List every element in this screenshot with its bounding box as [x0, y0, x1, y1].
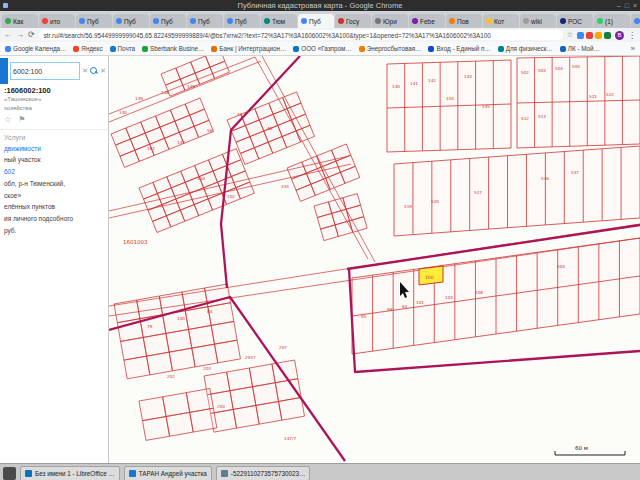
browser-tab[interactable]: ито [39, 14, 75, 28]
report-flag-icon[interactable]: ⚑ [18, 115, 25, 124]
tab-favicon-icon [338, 18, 344, 24]
bookmark-favicon-icon [211, 46, 217, 52]
browser-tab[interactable]: (1) [594, 14, 630, 28]
chrome-menu-icon[interactable]: ⋮ [628, 31, 636, 40]
bookmark-item[interactable]: Для физическ… [498, 45, 553, 52]
detail-link[interactable]: 602 [0, 167, 108, 179]
back-icon[interactable]: ← [4, 28, 12, 42]
map-canvas[interactable]: 1601003100659599101104108504140141142104… [109, 56, 640, 463]
browser-tab[interactable]: Пуб [631, 14, 640, 28]
bookmark-star-icon[interactable]: ☆ [567, 31, 573, 39]
favorite-star-icon[interactable]: ☆ [4, 115, 11, 124]
extension-icon[interactable] [577, 32, 584, 39]
start-menu-icon[interactable] [3, 467, 16, 480]
panel-close-icon[interactable]: ✕ [100, 67, 106, 75]
services-header[interactable]: Услуги [0, 129, 108, 143]
parcel-label: 207 [279, 345, 287, 350]
taskbar-app-icon [129, 470, 136, 477]
tab-label: Пуб [198, 18, 210, 25]
parcel-label: 65 [402, 304, 408, 309]
parcel-label: 56 [207, 128, 213, 133]
browser-tab[interactable]: РОС [557, 14, 593, 28]
taskbar-window-button[interactable]: -5229110273575730023… [216, 466, 310, 480]
bookmark-item[interactable]: ООО «Газпром… [293, 45, 351, 52]
browser-tab[interactable]: Как [2, 14, 38, 28]
bookmark-item[interactable]: Энергосбытовая… [359, 45, 422, 52]
parcel-label: 527 [474, 190, 482, 195]
address-bar: ← → ⟳ str.ru/#/search/56.95449999999045,… [0, 28, 640, 42]
search-panel: ✕ ✕ :1606002:100 «Ташинское» хозяйства ☆… [0, 56, 109, 463]
parcel-label: 537 [571, 170, 579, 175]
bookmark-item[interactable]: Почта [110, 45, 136, 52]
browser-tab[interactable]: Febe [409, 14, 445, 28]
bookmark-item[interactable]: Яндекс [73, 45, 102, 52]
parcel-label: 203 [217, 404, 225, 409]
parcel-label: 104 [446, 96, 454, 101]
bookmark-item[interactable]: Google Календа… [5, 45, 66, 52]
cadastral-map[interactable]: 1601003100659599101104108504140141142104… [109, 56, 640, 463]
parcel-bands[interactable] [352, 56, 640, 354]
clear-search-icon[interactable]: ✕ [82, 67, 88, 75]
browser-tab[interactable]: Юри [372, 14, 408, 28]
bookmark-item[interactable]: ЛК - Мой… [560, 45, 600, 52]
browser-tab[interactable]: Пов [446, 14, 482, 28]
parcel-label: 150 [197, 176, 205, 181]
window-control-icon[interactable]: – [617, 0, 621, 11]
window-control-icon[interactable]: □ [625, 0, 629, 11]
bookmark-label: ООО «Газпром… [301, 45, 351, 52]
tab-favicon-icon [486, 18, 492, 24]
browser-tab[interactable]: Пуб [150, 14, 186, 28]
panel-accent [0, 58, 8, 84]
parcel-label: 512 [521, 116, 529, 121]
taskbar-window-button[interactable]: ТАРАН Андрей участка [124, 466, 212, 480]
detail-link[interactable]: движимости [0, 143, 108, 155]
detail-text: обл, р-н Тюменский, [0, 178, 108, 190]
browser-tab[interactable]: wiki [520, 14, 556, 28]
bookmark-item[interactable]: Sberbank Busine… [142, 45, 204, 52]
parcel-label: 521 [589, 94, 597, 99]
parcel-subtitle: «Ташинское» [0, 95, 108, 104]
parcel-label: 142 [428, 78, 436, 83]
extension-icon[interactable] [595, 32, 602, 39]
bookmark-favicon-icon [560, 46, 566, 52]
parcel-label: 140 [392, 84, 400, 89]
url-box[interactable]: str.ru/#/search/56.95449999999045,65.822… [39, 30, 563, 40]
browser-tab[interactable]: Кот [483, 14, 519, 28]
parcel-label: 145 [482, 104, 490, 109]
parcel-label: 143 [464, 74, 472, 79]
profile-avatar[interactable]: В [615, 31, 624, 40]
browser-tab[interactable]: Пуб [113, 14, 149, 28]
forward-icon[interactable]: → [16, 28, 24, 42]
extension-icon[interactable] [586, 32, 593, 39]
bookmarks-overflow-icon[interactable]: » [631, 44, 635, 53]
reload-icon[interactable]: ⟳ [28, 28, 35, 42]
window-titlebar: Публичная кадастровая карта - Google Chr… [0, 0, 640, 11]
search-icon[interactable] [90, 67, 98, 75]
detail-text: ный участок [0, 155, 108, 167]
bookmark-item[interactable]: Банк | Интертрацион… [211, 45, 286, 52]
taskbar-window-button[interactable]: Без имени 1 - LibreOffice … [20, 466, 120, 480]
chrome-app-icon [3, 3, 8, 8]
search-input[interactable] [10, 62, 80, 80]
browser-tab[interactable]: Тюм [261, 14, 297, 28]
browser-tab[interactable]: Пуб [76, 14, 112, 28]
bookmark-favicon-icon [428, 46, 434, 52]
parcel-label: 60 м [575, 445, 588, 451]
tab-label: Пуб [87, 18, 99, 25]
parcel-label: 334 [281, 184, 289, 189]
window-control-icon[interactable]: × [633, 0, 637, 11]
parcel-label: 79 [147, 324, 153, 329]
browser-tab[interactable]: Пуб [187, 14, 223, 28]
parcel-label: 46 [267, 126, 273, 131]
browser-tab[interactable]: Госу [335, 14, 371, 28]
browser-tab[interactable]: Пуб [298, 14, 334, 28]
window-controls[interactable]: –□× [617, 0, 637, 11]
tab-label: Пуб [124, 18, 136, 25]
bookmark-item[interactable]: Вход - Единый п… [428, 45, 490, 52]
tab-favicon-icon [153, 18, 159, 24]
extension-icon[interactable] [604, 32, 611, 39]
parcel-label: 505 [572, 64, 580, 69]
url-text[interactable]: str.ru/#/search/56.95449999999045,65.822… [44, 32, 491, 39]
browser-tab[interactable]: Пуб [224, 14, 260, 28]
parcel-label: 100 [425, 275, 434, 280]
